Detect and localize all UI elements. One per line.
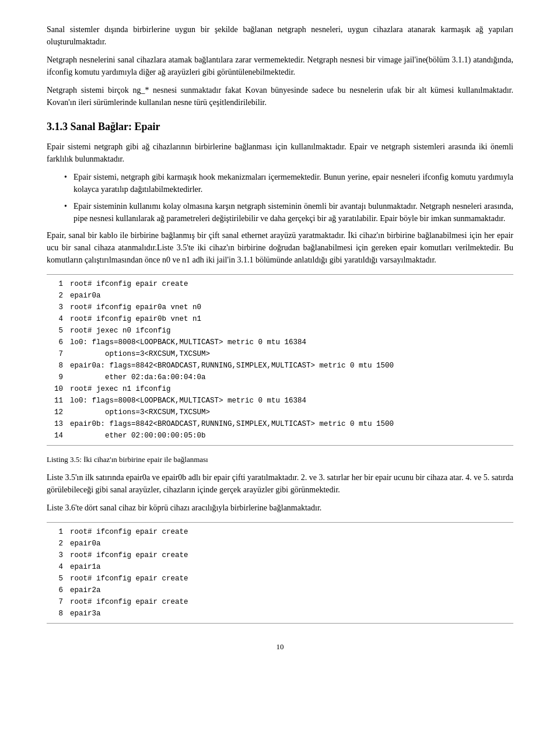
line-number: 8 <box>47 360 63 372</box>
after-listing-paragraph-1: Liste 3.5'ın ilk satırında epair0a ve ep… <box>47 471 513 496</box>
code-line: 14 ether 02:00:00:00:05:0b <box>47 430 513 442</box>
line-number: 5 <box>47 325 63 337</box>
line-code: lo0: flags=8008<LOOPBACK,MULTICAST> metr… <box>70 337 306 348</box>
line-number: 1 <box>47 278 63 290</box>
line-code: options=3<RXCSUM,TXCSUM> <box>70 407 210 418</box>
section-paragraph-2: Epair, sanal bir kablo ile birbirine bağ… <box>47 229 513 266</box>
line-number: 3 <box>47 550 63 561</box>
line-code: epair2a <box>70 584 101 596</box>
line-code: epair0a <box>70 290 101 302</box>
code-line: 6lo0: flags=8008<LOOPBACK,MULTICAST> met… <box>47 337 513 348</box>
line-code: root# ifconfig epair create <box>70 596 188 608</box>
bullet-list: Epair sistemi, netgraph gibi karmaşık ho… <box>64 171 513 225</box>
line-number: 5 <box>47 573 63 584</box>
line-code: epair0b: flags=8842<BROADCAST,RUNNING,SI… <box>70 418 394 430</box>
code-line: 3root# ifconfig epair0a vnet n0 <box>47 302 513 313</box>
line-number: 8 <box>47 608 63 620</box>
line-number: 4 <box>47 561 63 573</box>
code-line: 4epair1a <box>47 561 513 573</box>
line-number: 3 <box>47 302 63 313</box>
line-number: 7 <box>47 348 63 360</box>
line-code: ether 02:da:6a:00:04:0a <box>70 372 206 383</box>
line-number: 7 <box>47 596 63 608</box>
code-line: 1root# ifconfig epair create <box>47 278 513 290</box>
line-code: root# ifconfig epair create <box>70 278 188 290</box>
code-line: 9 ether 02:da:6a:00:04:0a <box>47 372 513 383</box>
line-number: 10 <box>47 383 63 395</box>
line-number: 11 <box>47 395 63 407</box>
line-number: 6 <box>47 337 63 348</box>
code-line: 4root# ifconfig epair0b vnet n1 <box>47 313 513 325</box>
code-line: 2epair0a <box>47 538 513 550</box>
line-number: 9 <box>47 372 63 383</box>
line-number: 13 <box>47 418 63 430</box>
section-title: Sanal Bağlar: Epair <box>71 121 160 132</box>
paragraph-1: Sanal sistemler dışında birbirlerine uyg… <box>47 23 513 48</box>
line-code: epair1a <box>70 561 101 573</box>
line-code: ether 02:00:00:00:05:0b <box>70 430 206 442</box>
line-code: options=3<RXCSUM,TXCSUM> <box>70 348 210 360</box>
code-line: 8epair3a <box>47 608 513 620</box>
line-number: 2 <box>47 538 63 550</box>
line-number: 4 <box>47 313 63 325</box>
page-number: 10 <box>47 641 513 653</box>
after-listing-paragraph-2: Liste 3.6'te dört sanal cihaz bir köprü … <box>47 502 513 514</box>
code-line: 5root# ifconfig epair create <box>47 573 513 584</box>
code-line: 11lo0: flags=8008<LOOPBACK,MULTICAST> me… <box>47 395 513 407</box>
line-code: root# ifconfig epair create <box>70 573 188 584</box>
code-line: 5root# jexec n0 ifconfig <box>47 325 513 337</box>
line-code: root# ifconfig epair create <box>70 526 188 538</box>
listing-caption-1: Listing 3.5: İki cihaz'ın birbirine epai… <box>47 454 513 466</box>
section-heading: 3.1.3 Sanal Bağlar: Epair <box>47 119 513 135</box>
code-line: 8epair0a: flags=8842<BROADCAST,RUNNING,S… <box>47 360 513 372</box>
code-line: 10root# jexec n1 ifconfig <box>47 383 513 395</box>
line-code: root# ifconfig epair create <box>70 550 188 561</box>
paragraph-2: Netgraph nesnelerini sanal cihazlara ata… <box>47 54 513 78</box>
line-number: 6 <box>47 584 63 596</box>
section-number: 3.1.3 <box>47 121 68 132</box>
line-code: lo0: flags=8008<LOOPBACK,MULTICAST> metr… <box>70 395 306 407</box>
bullet-item-1: Epair sistemi, netgraph gibi karmaşık ho… <box>64 171 513 195</box>
code-line: 7 options=3<RXCSUM,TXCSUM> <box>47 348 513 360</box>
line-number: 2 <box>47 290 63 302</box>
code-line: 1root# ifconfig epair create <box>47 526 513 538</box>
code-line: 6epair2a <box>47 584 513 596</box>
code-block-2: 1root# ifconfig epair create2epair0a3roo… <box>47 522 513 624</box>
code-line: 12 options=3<RXCSUM,TXCSUM> <box>47 407 513 418</box>
code-line: 13epair0b: flags=8842<BROADCAST,RUNNING,… <box>47 418 513 430</box>
bullet-item-2: Epair sisteminin kullanımı kolay olmasın… <box>64 200 513 225</box>
line-number: 14 <box>47 430 63 442</box>
code-block-1: 1root# ifconfig epair create2epair0a3roo… <box>47 274 513 446</box>
line-code: epair0a: flags=8842<BROADCAST,RUNNING,SI… <box>70 360 394 372</box>
paragraph-3: Netgraph sistemi birçok ng_* nesnesi sun… <box>47 84 513 108</box>
code-line: 3root# ifconfig epair create <box>47 550 513 561</box>
line-code: epair0a <box>70 538 101 550</box>
code-line: 2epair0a <box>47 290 513 302</box>
line-number: 12 <box>47 407 63 418</box>
line-code: root# jexec n1 ifconfig <box>70 383 171 395</box>
section-paragraph-1: Epair sistemi netgraph gibi ağ cihazları… <box>47 141 513 165</box>
code-line: 7root# ifconfig epair create <box>47 596 513 608</box>
line-code: root# ifconfig epair0a vnet n0 <box>70 302 201 313</box>
line-code: epair3a <box>70 608 101 620</box>
line-code: root# ifconfig epair0b vnet n1 <box>70 313 201 325</box>
page-content: Sanal sistemler dışında birbirlerine uyg… <box>47 23 513 624</box>
line-code: root# jexec n0 ifconfig <box>70 325 171 337</box>
line-number: 1 <box>47 526 63 538</box>
